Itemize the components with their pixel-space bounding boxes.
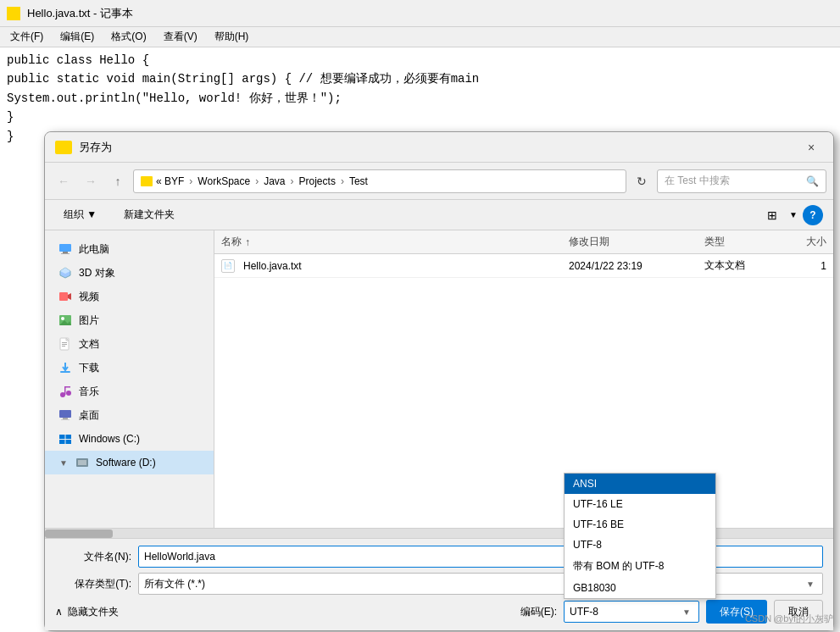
svg-rect-24 [66, 435, 72, 439]
pc-icon [58, 242, 72, 256]
sidebar-item-image[interactable]: 图片 [45, 308, 214, 332]
svg-rect-5 [59, 292, 68, 301]
encoding-option-ansi[interactable]: ANSI [565, 474, 715, 494]
sidebar-item-desktop[interactable]: 桌面 [45, 403, 214, 427]
expand-icon-software: ▼ [58, 457, 69, 468]
menu-format[interactable]: 格式(O) [104, 28, 153, 46]
sidebar-item-music[interactable]: 音乐 [45, 380, 214, 403]
windows-icon [58, 432, 72, 446]
filename-input[interactable] [138, 546, 823, 568]
svg-marker-6 [68, 293, 71, 300]
svg-point-17 [66, 391, 71, 396]
view-toggle-button[interactable]: ⊞ [760, 203, 784, 227]
sidebar-item-software[interactable]: ▼ Software (D:) [45, 451, 214, 474]
file-date: 2024/1/22 23:19 [569, 260, 643, 272]
encoding-select[interactable]: UTF-8 ▼ [564, 601, 699, 623]
svg-rect-22 [61, 419, 70, 420]
dialog-actionbar: 组织 ▼ 新建文件夹 ⊞ ▼ ? [45, 200, 833, 230]
sidebar-item-download[interactable]: 下载 [45, 356, 214, 380]
software-icon [75, 456, 89, 469]
menu-view[interactable]: 查看(V) [157, 28, 204, 46]
search-icon: 🔍 [806, 175, 819, 187]
notepad-title: Hello.java.txt - 记事本 [27, 6, 133, 21]
dialog-titlebar: 另存为 × [45, 132, 833, 163]
file-item-hello[interactable]: 📄 Hello.java.txt 2024/1/22 23:19 文本文档 1 [214, 254, 833, 278]
notepad-titlebar: Hello.java.txt - 记事本 [0, 0, 840, 27]
sidebar-label-doc: 文档 [79, 337, 99, 352]
svg-rect-13 [62, 344, 67, 345]
svg-rect-19 [64, 386, 70, 388]
dialog-close-button[interactable]: × [799, 136, 823, 159]
encoding-dropdown-wrapper: UTF-8 ▼ ANSI UTF-16 LE UTF-16 BE UTF-8 带… [564, 601, 699, 623]
dialog-folder-icon [55, 141, 72, 154]
sidebar-item-pc[interactable]: 此电脑 [45, 237, 214, 261]
search-bar[interactable]: 在 Test 中搜索 🔍 [657, 169, 826, 193]
path-byf[interactable]: « BYF [156, 175, 184, 187]
filetype-dropdown[interactable]: 所有文件 (*.*) ▼ [138, 573, 823, 595]
filetype-dropdown-arrow: ▼ [804, 579, 817, 589]
menu-help[interactable]: 帮助(H) [208, 28, 256, 46]
svg-rect-2 [61, 253, 70, 254]
new-folder-button[interactable]: 新建文件夹 [115, 204, 183, 225]
path-projects[interactable]: Projects [299, 175, 336, 187]
sidebar-item-video[interactable]: 视频 [45, 285, 214, 308]
dialog-bottom: 文件名(N): 保存类型(T): 所有文件 (*.*) ▼ ∧ 隐藏文件夹 编码… [45, 538, 833, 630]
encoding-option-utf8[interactable]: UTF-8 [565, 535, 715, 555]
svg-rect-15 [60, 371, 70, 373]
svg-rect-28 [78, 460, 86, 465]
encoding-popup: ANSI UTF-16 LE UTF-16 BE UTF-8 带有 BOM 的 … [564, 473, 716, 599]
menu-file[interactable]: 文件(F) [3, 28, 50, 46]
path-bar[interactable]: « BYF › WorkSpace › Java › Projects › Te… [133, 169, 626, 193]
col-header-size[interactable]: 大小 [782, 235, 833, 249]
svg-rect-20 [59, 410, 71, 418]
sidebar-item-3d[interactable]: 3D 对象 [45, 261, 214, 285]
col-header-type[interactable]: 类型 [698, 235, 782, 249]
sidebar-label-video: 视频 [79, 290, 99, 304]
code-line-2: public static void main(String[] args) {… [7, 69, 833, 88]
hide-folder-label: 隐藏文件夹 [68, 605, 119, 619]
encoding-option-utf8bom[interactable]: 带有 BOM 的 UTF-8 [565, 555, 715, 578]
refresh-button[interactable]: ↻ [630, 169, 654, 193]
dialog-title-left: 另存为 [55, 140, 112, 155]
svg-rect-12 [62, 342, 67, 343]
sidebar-label-3d: 3D 对象 [79, 266, 115, 280]
encoding-option-gb18030[interactable]: GB18030 [565, 578, 715, 598]
encoding-option-utf16be[interactable]: UTF-16 BE [565, 514, 715, 535]
code-line-3: System.out.println("Hello, world! 你好，世界！… [7, 89, 833, 108]
svg-point-8 [61, 317, 64, 320]
col-header-name[interactable]: 名称 ↑ [214, 235, 562, 249]
help-button[interactable]: ? [803, 205, 823, 225]
sidebar: 此电脑 3D 对象 视频 图片 [45, 230, 214, 528]
sidebar-label-download: 下载 [79, 361, 99, 375]
watermark: CSDN @byf的小灰驴 [745, 613, 833, 625]
file-name-col: 📄 Hello.java.txt [214, 259, 562, 273]
filename-label: 文件名(N): [55, 550, 131, 564]
sidebar-label-software: Software (D:) [96, 457, 156, 468]
sidebar-label-music: 音乐 [79, 385, 99, 399]
path-workspace[interactable]: WorkSpace [197, 175, 250, 187]
file-name-label: Hello.java.txt [243, 260, 302, 272]
organize-button[interactable]: 组织 ▼ [55, 204, 105, 225]
code-line-4: } [7, 108, 833, 126]
scrollbar-thumb[interactable] [45, 529, 113, 538]
menu-edit[interactable]: 编辑(E) [53, 28, 101, 46]
dialog-title-text: 另存为 [79, 140, 112, 155]
hide-folder-toggle[interactable]: ∧ 隐藏文件夹 [55, 602, 119, 623]
back-button[interactable]: ← [52, 169, 75, 193]
sidebar-label-pc: 此电脑 [79, 242, 109, 257]
svg-rect-1 [63, 252, 68, 253]
notepad-menubar: 文件(F) 编辑(E) 格式(O) 查看(V) 帮助(H) [0, 27, 840, 47]
path-java[interactable]: Java [264, 175, 285, 187]
sidebar-label-image: 图片 [79, 313, 99, 328]
path-folder-icon [141, 176, 153, 186]
doc-icon [58, 337, 72, 351]
col-header-date[interactable]: 修改日期 [562, 235, 698, 249]
forward-button[interactable]: → [79, 169, 103, 193]
sidebar-item-doc[interactable]: 文档 [45, 332, 214, 356]
up-button[interactable]: ↑ [106, 169, 130, 193]
path-test[interactable]: Test [349, 175, 368, 187]
encoding-label: 编码(E): [481, 605, 557, 619]
sidebar-item-windows[interactable]: Windows (C:) [45, 427, 214, 451]
svg-rect-0 [59, 244, 71, 252]
encoding-option-utf16le[interactable]: UTF-16 LE [565, 494, 715, 514]
